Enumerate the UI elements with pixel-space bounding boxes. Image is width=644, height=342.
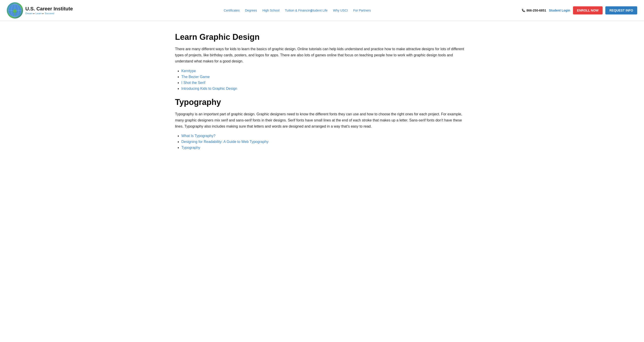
main-content: Learn Graphic Design There are many diff… [164,21,480,168]
nav-for-partners[interactable]: For Partners [353,8,371,12]
kerntype-link[interactable]: Kerntype [181,69,196,73]
request-info-button[interactable]: REQUEST INFO [605,6,637,14]
enroll-now-button[interactable]: ENROLL NOW [573,6,602,14]
list-item: I Shot the Serif [181,81,469,85]
list-item: The Bezier Game [181,75,469,79]
nav-tuition-financing[interactable]: Tuition & Financing [285,8,305,12]
site-header: U.S. Career Institute Dream ▸ Learn ▸ Su… [0,0,644,21]
nav-certificates[interactable]: Certificates [224,8,240,12]
section-body-typography: Typography is an important part of graph… [175,111,469,130]
bezier-game-link[interactable]: The Bezier Game [181,75,210,79]
list-item: Kerntype [181,69,469,73]
list-item: What Is Typography? [181,134,469,138]
phone-icon [522,8,525,12]
nav-student-life[interactable]: Student Life [311,8,328,12]
logo-link[interactable]: U.S. Career Institute Dream ▸ Learn ▸ Su… [7,2,73,18]
list-item: Designing for Readability: A Guide to We… [181,140,469,144]
svg-point-5 [13,9,16,12]
list-item: Typography [181,146,469,150]
typography-link[interactable]: Typography [181,146,200,150]
nav-degrees[interactable]: Degrees [245,8,257,12]
what-is-typography-link[interactable]: What Is Typography? [181,134,216,138]
list-item: Introducing Kids to Graphic Design [181,87,469,91]
section-title-learn: Learn Graphic Design [175,32,469,42]
logo-svg [8,4,22,17]
logo-circle [7,2,23,18]
phone-area: 866-250-6851 [522,8,546,12]
shot-serif-link[interactable]: I Shot the Serif [181,81,205,84]
student-login-link[interactable]: Student Login [549,8,570,12]
nav-why-usci[interactable]: Why USCI [333,8,348,12]
logo-text: U.S. Career Institute Dream ▸ Learn ▸ Su… [25,6,73,15]
introducing-kids-link[interactable]: Introducing Kids to Graphic Design [181,87,237,90]
designing-readability-link[interactable]: Designing for Readability: A Guide to We… [181,140,268,144]
header-right: 866-250-6851 Student Login ENROLL NOW RE… [522,6,637,14]
section-learn-graphic-design: Learn Graphic Design There are many diff… [175,32,469,91]
nav-high-school[interactable]: High School [262,8,280,12]
logo-tagline: Dream ▸ Learn ▸ Succeed [25,12,73,15]
main-nav: Certificates Degrees High School Tuition… [73,8,522,12]
section-body-learn: There are many different ways for kids t… [175,46,469,64]
typography-links-list: What Is Typography? Designing for Readab… [175,134,469,150]
logo-brand: U.S. Career Institute [25,6,73,12]
section-typography: Typography Typography is an important pa… [175,98,469,150]
section-title-typography: Typography [175,98,469,107]
learn-links-list: Kerntype The Bezier Game I Shot the Seri… [175,69,469,91]
phone-number: 866-250-6851 [526,8,546,12]
